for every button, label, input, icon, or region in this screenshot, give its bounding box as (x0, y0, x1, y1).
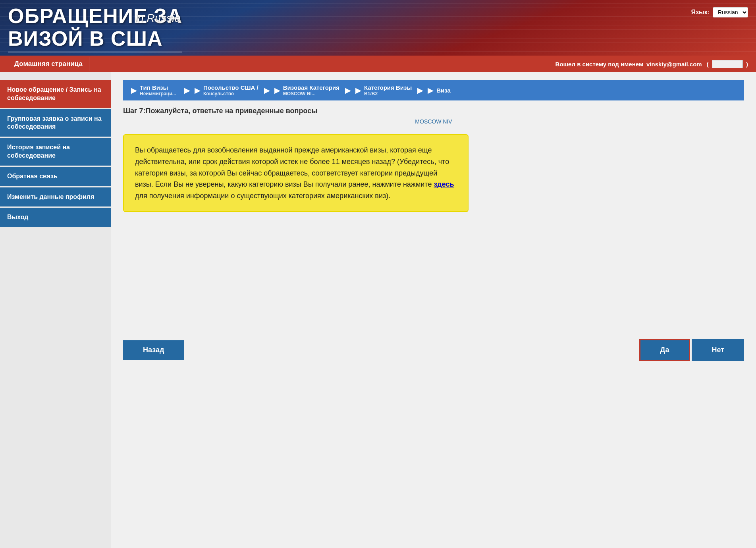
sidebar-item-history[interactable]: История записей на собеседование (0, 138, 111, 166)
step-4-value: B1/B2 (364, 91, 412, 96)
logged-in-info: Вошел в систему под именем vinskiy@gmail… (555, 60, 748, 68)
step-2-content: Посольство США / Консульство (203, 84, 258, 96)
step-4-title: Категория Визы (364, 84, 412, 91)
step-visa-type: ▶ Тип Визы Неиммиграци... (123, 80, 187, 100)
language-dropdown[interactable]: Russian English (713, 7, 748, 17)
step-2-value: Консульство (203, 91, 258, 96)
navbar: Домашняя страница Вошел в систему под им… (0, 56, 756, 72)
language-label: Язык: (691, 9, 710, 16)
yes-button[interactable]: Да (639, 339, 690, 361)
sidebar-item-new-application[interactable]: Новое обращение / Запись на собеседовани… (0, 80, 111, 108)
step-1-content: Тип Визы Неиммиграци... (140, 84, 176, 96)
step-visa-category2: ▶ Категория Визы B1/B2 (347, 80, 420, 100)
step-3-content: Визовая Категория MOSCOW NI... (283, 84, 339, 96)
step-3-value: MOSCOW NI... (283, 91, 339, 96)
main-container: Новое обращение / Запись на собеседовани… (0, 72, 756, 548)
home-link[interactable]: Домашняя страница (8, 57, 89, 71)
step-arrow-1: ▶ (131, 86, 137, 95)
step-arrow-3: ▶ (274, 86, 280, 95)
step-header: Шаг 7:Пожалуйста, ответьте на приведенны… (123, 107, 744, 115)
back-button[interactable]: Назад (123, 340, 184, 360)
language-selector: Язык: Russian English (691, 7, 748, 17)
sidebar-item-feedback[interactable]: Обратная связь (0, 167, 111, 186)
step-visa-category: ▶ Визовая Категория MOSCOW NI... (266, 80, 347, 100)
step-visa: ▶ Виза (420, 80, 483, 100)
step-number: Шаг 7 (123, 107, 143, 115)
no-button[interactable]: Нет (692, 339, 744, 361)
step-2-title: Посольство США / (203, 84, 258, 91)
question-link[interactable]: здесь (434, 180, 454, 188)
question-box: Вы обращаетесь для возобновления выданно… (123, 134, 469, 212)
step-1-title: Тип Визы (140, 84, 176, 91)
step-arrow-4: ▶ (355, 86, 361, 95)
sidebar: Новое обращение / Запись на собеседовани… (0, 72, 111, 548)
hidden-info (712, 60, 743, 68)
step-header-text: :Пожалуйста, ответьте на приведенные воп… (143, 107, 318, 115)
content-area: ▶ Тип Визы Неиммиграци... ▶ Посольство С… (111, 72, 756, 548)
step-location: MOSCOW NIV (123, 118, 744, 125)
step-arrow-5: ▶ (428, 86, 433, 95)
logged-in-label: Вошел в систему под именем (555, 61, 643, 68)
step-embassy: ▶ Посольство США / Консульство (187, 80, 266, 100)
bottom-buttons: Назад Да Нет (123, 331, 744, 361)
sidebar-item-logout[interactable]: Выход (0, 208, 111, 227)
logged-in-username: vinskiy@gmail.com (646, 61, 702, 68)
steps-bar: ▶ Тип Визы Неиммиграци... ▶ Посольство С… (123, 80, 744, 100)
step-3-title: Визовая Категория (283, 84, 339, 91)
yes-no-group: Да Нет (639, 339, 744, 361)
step-5-content: Виза (436, 87, 451, 94)
sidebar-item-group-application[interactable]: Групповая заявка о записи на собеседован… (0, 109, 111, 137)
question-text-before: Вы обращаетесь для возобновления выданно… (135, 146, 449, 188)
page-header: ОБРАЩЕНИЕ ЗА ВИЗОЙ В США in Russia Язык:… (0, 0, 756, 56)
step-1-value: Неиммиграци... (140, 91, 176, 96)
step-5-title: Виза (436, 87, 451, 94)
header-title-block: ОБРАЩЕНИЕ ЗА ВИЗОЙ В США in Russia (0, 5, 182, 52)
step-arrow-2: ▶ (195, 86, 200, 95)
sidebar-item-profile[interactable]: Изменить данные профиля (0, 187, 111, 207)
step-4-content: Категория Визы B1/B2 (364, 84, 412, 96)
question-text-after: для получения информации о существующих … (135, 192, 390, 200)
header-title-line2: ВИЗОЙ В США (8, 27, 162, 50)
header-subtitle: in Russia (135, 12, 181, 25)
